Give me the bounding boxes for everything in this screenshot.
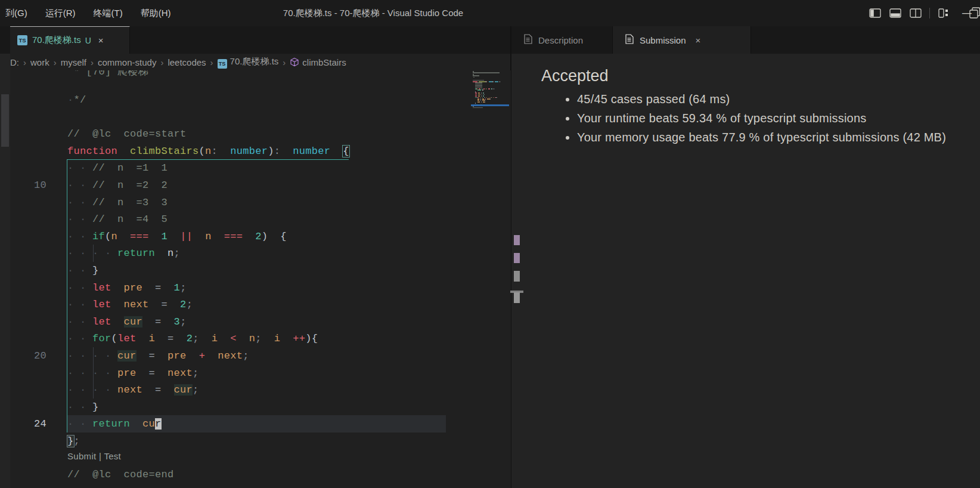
menu-item-1[interactable]: 运行(R) <box>36 8 85 19</box>
tab-close-icon[interactable]: × <box>696 36 701 45</box>
breadcrumb-item-5[interactable]: TS70.爬楼梯.ts <box>218 56 279 69</box>
code-line-26[interactable]: // @lc code=end <box>10 466 174 483</box>
tab-description[interactable]: Description <box>511 26 613 54</box>
code-line-21[interactable]: · · · · pre = next; <box>10 365 199 382</box>
breadcrumb-separator-icon: › <box>91 57 94 67</box>
code-line-11[interactable]: · · // n =3 3 <box>10 194 168 211</box>
scroll-decoration <box>514 292 520 303</box>
menu-item-0[interactable]: 到(G) <box>0 8 36 19</box>
code-line-8[interactable]: function climbStairs(n: number): number … <box>10 143 349 160</box>
tab-label: Description <box>538 35 583 45</box>
result-bullet-0: 45/45 cases passed (64 ms) <box>577 92 980 106</box>
code-line-14[interactable]: · · · · return n; <box>10 245 180 262</box>
menu-item-3[interactable]: 帮助(H) <box>132 8 180 19</box>
tab-file-label: 70.爬楼梯.ts <box>32 35 81 46</box>
tab-close-icon[interactable]: × <box>98 36 104 45</box>
breadcrumb-separator-icon: › <box>210 57 213 67</box>
code-line-4[interactable]: * [70] 爬楼梯 <box>10 70 148 81</box>
code-line-22[interactable]: · · · · next = cur; <box>10 381 199 399</box>
restore-button[interactable] <box>969 7 980 19</box>
toggle-panel-icon[interactable] <box>885 4 905 22</box>
scroll-decoration <box>514 253 520 263</box>
code-editor[interactable]: * [70] 爬楼梯·*/// @lc code=startfunction c… <box>10 70 511 488</box>
customize-layout-icon[interactable] <box>934 4 954 22</box>
breadcrumb-separator-icon: › <box>160 57 163 67</box>
menu-item-2[interactable]: 终端(T) <box>85 8 132 19</box>
code-line-19[interactable]: · · for(let i = 2; i < n; i ++){ <box>10 330 318 347</box>
code-line-7[interactable]: // @lc code=start <box>10 125 187 143</box>
titlebar: 到(G)运行(R)终端(T)帮助(H) 70.爬楼梯.ts - 70-爬楼梯 -… <box>0 0 980 27</box>
symbol-function-icon <box>290 57 299 67</box>
tab-label: Submission <box>640 35 686 45</box>
split-editor-layout-icon[interactable] <box>905 4 926 22</box>
menubar: 到(G)运行(R)终端(T)帮助(H) <box>0 0 179 26</box>
breadcrumb-item-6[interactable]: climbStairs <box>290 57 346 67</box>
minimap-current-line <box>471 104 509 106</box>
left-scrollbar-thumb[interactable] <box>1 94 9 147</box>
code-line-9[interactable]: · · // n =1 1 <box>10 159 168 177</box>
result-heading: Accepted <box>541 67 980 85</box>
breadcrumb-separator-icon: › <box>54 57 57 67</box>
typescript-file-icon: TS <box>17 35 27 45</box>
vscode-window: 到(G)运行(R)终端(T)帮助(H) 70.爬楼梯.ts - 70-爬楼梯 -… <box>0 0 980 488</box>
code-line-23[interactable]: · · } <box>10 399 99 416</box>
result-bullet-2: Your memory usage beats 77.9 % of typesc… <box>577 131 980 144</box>
breadcrumb-item-1[interactable]: work <box>30 57 49 67</box>
typescript-file-icon: TS <box>218 59 227 69</box>
toggle-sidebar-icon[interactable] <box>865 4 885 22</box>
codelens-test-link[interactable]: Test <box>104 451 121 461</box>
breadcrumb: D:›work›myself›common-study›leetcodes›TS… <box>10 54 504 70</box>
codelens-submit-link[interactable]: Submit <box>67 451 97 461</box>
code-line-13[interactable]: · · if(n === 1 || n === 2) { <box>10 228 287 245</box>
minimap[interactable] <box>471 70 509 110</box>
controls-separator <box>929 8 930 18</box>
window-title: 70.爬楼梯.ts - 70-爬楼梯 - Visual Studio Code <box>283 0 463 26</box>
code-line-17[interactable]: · · let next = 2; <box>10 296 193 313</box>
breadcrumb-item-4[interactable]: leetcodes <box>168 57 206 67</box>
breadcrumb-item-2[interactable]: myself <box>61 57 86 67</box>
git-untracked-badge: U <box>85 36 91 45</box>
code-line-12[interactable]: · · // n =4 5 <box>10 211 168 228</box>
breadcrumb-item-3[interactable]: common-study <box>98 57 156 67</box>
code-line-25[interactable]: }; <box>10 433 80 450</box>
tab-file[interactable]: TS 70.爬楼梯.ts U × <box>10 26 130 54</box>
left-scrollbar <box>0 54 10 488</box>
tab-bar: TS 70.爬楼梯.ts U × ··· DescriptionSubmissi… <box>0 26 980 54</box>
code-line-6[interactable] <box>10 109 67 126</box>
code-line-16[interactable]: · · let pre = 1; <box>10 279 187 296</box>
code-line-20[interactable]: · · · · cur = pre + next; <box>10 347 249 365</box>
codelens: Submit | Test <box>67 449 121 464</box>
result-bullet-1: Your runtime beats 59.34 % of typescript… <box>577 112 980 125</box>
breadcrumb-separator-icon: › <box>23 57 26 67</box>
scroll-decoration <box>514 271 520 282</box>
code-line-10[interactable]: · · // n =2 2 <box>10 177 168 194</box>
tab-submission[interactable]: Submission× <box>613 26 751 54</box>
code-line-24[interactable]: · · return cur <box>10 415 162 433</box>
breadcrumb-item-0[interactable]: D: <box>10 57 19 67</box>
breadcrumb-separator-icon: › <box>283 57 286 67</box>
code-line-5[interactable]: ·*/ <box>10 91 86 109</box>
result-bullet-list: 45/45 cases passed (64 ms)Your runtime b… <box>511 92 980 144</box>
submission-result-panel: Accepted 45/45 cases passed (64 ms)Your … <box>511 54 980 488</box>
window-controls: — <box>865 0 980 26</box>
document-icon <box>625 34 634 47</box>
code-line-18[interactable]: · · let cur = 3; <box>10 313 187 331</box>
document-icon <box>523 34 532 47</box>
scroll-decoration <box>514 235 520 245</box>
code-line-15[interactable]: · · } <box>10 262 99 279</box>
